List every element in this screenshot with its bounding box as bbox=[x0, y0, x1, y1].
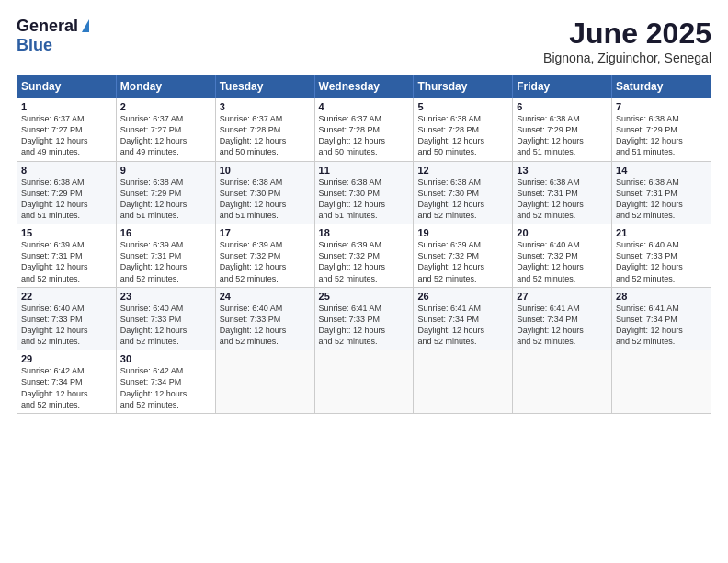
calendar-day-cell: 16Sunrise: 6:39 AMSunset: 7:31 PMDayligh… bbox=[116, 224, 215, 288]
day-number: 20 bbox=[517, 227, 608, 238]
day-info: Sunrise: 6:38 AMSunset: 7:30 PMDaylight:… bbox=[319, 178, 386, 220]
calendar-day-cell bbox=[513, 350, 612, 414]
calendar-day-cell: 19Sunrise: 6:39 AMSunset: 7:32 PMDayligh… bbox=[414, 224, 513, 288]
day-number: 26 bbox=[417, 291, 508, 302]
month-title: June 2025 bbox=[543, 17, 711, 51]
calendar-day-cell bbox=[414, 350, 513, 414]
day-info: Sunrise: 6:40 AMSunset: 7:33 PMDaylight:… bbox=[120, 304, 188, 346]
calendar-day-cell: 5Sunrise: 6:38 AMSunset: 7:28 PMDaylight… bbox=[414, 98, 513, 162]
calendar-day-header: Friday bbox=[513, 75, 612, 98]
day-info: Sunrise: 6:39 AMSunset: 7:32 PMDaylight:… bbox=[220, 240, 287, 282]
calendar-day-header: Thursday bbox=[414, 75, 513, 98]
day-number: 16 bbox=[120, 227, 211, 238]
day-number: 27 bbox=[517, 291, 608, 302]
day-number: 15 bbox=[21, 227, 112, 238]
day-number: 9 bbox=[120, 165, 211, 176]
calendar-day-cell: 11Sunrise: 6:38 AMSunset: 7:30 PMDayligh… bbox=[314, 161, 414, 224]
day-number: 8 bbox=[21, 165, 112, 176]
day-info: Sunrise: 6:37 AMSunset: 7:27 PMDaylight:… bbox=[120, 114, 188, 156]
calendar-day-cell: 2Sunrise: 6:37 AMSunset: 7:27 PMDaylight… bbox=[116, 98, 215, 162]
calendar-day-cell: 8Sunrise: 6:38 AMSunset: 7:29 PMDaylight… bbox=[17, 161, 117, 224]
calendar-day-cell: 23Sunrise: 6:40 AMSunset: 7:33 PMDayligh… bbox=[116, 287, 215, 350]
day-info: Sunrise: 6:40 AMSunset: 7:33 PMDaylight:… bbox=[616, 240, 683, 282]
day-number: 23 bbox=[120, 291, 211, 302]
calendar-day-cell bbox=[612, 350, 711, 414]
day-number: 22 bbox=[21, 291, 112, 302]
calendar-body: 1Sunrise: 6:37 AMSunset: 7:27 PMDaylight… bbox=[17, 98, 711, 414]
day-info: Sunrise: 6:41 AMSunset: 7:34 PMDaylight:… bbox=[616, 304, 683, 346]
calendar-day-cell: 9Sunrise: 6:38 AMSunset: 7:29 PMDaylight… bbox=[116, 161, 215, 224]
day-number: 4 bbox=[319, 101, 410, 112]
logo-general: General bbox=[17, 17, 78, 36]
day-number: 24 bbox=[220, 291, 311, 302]
calendar-day-cell: 28Sunrise: 6:41 AMSunset: 7:34 PMDayligh… bbox=[612, 287, 711, 350]
calendar-header-row: SundayMondayTuesdayWednesdayThursdayFrid… bbox=[17, 75, 711, 98]
calendar-day-cell: 22Sunrise: 6:40 AMSunset: 7:33 PMDayligh… bbox=[17, 287, 117, 350]
day-number: 13 bbox=[517, 165, 608, 176]
day-info: Sunrise: 6:37 AMSunset: 7:28 PMDaylight:… bbox=[220, 114, 287, 156]
day-number: 6 bbox=[517, 101, 608, 112]
day-number: 14 bbox=[616, 165, 707, 176]
day-info: Sunrise: 6:38 AMSunset: 7:30 PMDaylight:… bbox=[220, 178, 287, 220]
title-block: June 2025 Bignona, Ziguinchor, Senegal bbox=[543, 17, 711, 65]
day-info: Sunrise: 6:38 AMSunset: 7:29 PMDaylight:… bbox=[21, 178, 88, 220]
calendar-day-cell: 13Sunrise: 6:38 AMSunset: 7:31 PMDayligh… bbox=[513, 161, 612, 224]
day-number: 28 bbox=[616, 291, 707, 302]
day-info: Sunrise: 6:38 AMSunset: 7:29 PMDaylight:… bbox=[120, 178, 188, 220]
day-info: Sunrise: 6:39 AMSunset: 7:31 PMDaylight:… bbox=[120, 240, 188, 282]
day-info: Sunrise: 6:41 AMSunset: 7:34 PMDaylight:… bbox=[417, 304, 484, 346]
calendar-day-header: Wednesday bbox=[314, 75, 414, 98]
day-info: Sunrise: 6:38 AMSunset: 7:31 PMDaylight:… bbox=[616, 178, 683, 220]
day-number: 25 bbox=[319, 291, 410, 302]
day-info: Sunrise: 6:39 AMSunset: 7:32 PMDaylight:… bbox=[319, 240, 386, 282]
day-info: Sunrise: 6:41 AMSunset: 7:33 PMDaylight:… bbox=[319, 304, 386, 346]
calendar-day-cell: 26Sunrise: 6:41 AMSunset: 7:34 PMDayligh… bbox=[414, 287, 513, 350]
day-info: Sunrise: 6:40 AMSunset: 7:32 PMDaylight:… bbox=[517, 240, 584, 282]
day-number: 7 bbox=[616, 101, 707, 112]
calendar-day-header: Tuesday bbox=[215, 75, 314, 98]
day-info: Sunrise: 6:37 AMSunset: 7:28 PMDaylight:… bbox=[319, 114, 386, 156]
calendar-day-cell: 21Sunrise: 6:40 AMSunset: 7:33 PMDayligh… bbox=[612, 224, 711, 288]
day-info: Sunrise: 6:41 AMSunset: 7:34 PMDaylight:… bbox=[517, 304, 584, 346]
logo-blue: Blue bbox=[17, 36, 52, 55]
calendar-day-cell: 30Sunrise: 6:42 AMSunset: 7:34 PMDayligh… bbox=[116, 350, 215, 414]
calendar-day-header: Saturday bbox=[612, 75, 711, 98]
calendar-week-row: 29Sunrise: 6:42 AMSunset: 7:34 PMDayligh… bbox=[17, 350, 711, 414]
day-number: 19 bbox=[417, 227, 508, 238]
calendar-day-cell: 1Sunrise: 6:37 AMSunset: 7:27 PMDaylight… bbox=[17, 98, 117, 162]
calendar-day-cell: 25Sunrise: 6:41 AMSunset: 7:33 PMDayligh… bbox=[314, 287, 414, 350]
calendar-day-cell: 20Sunrise: 6:40 AMSunset: 7:32 PMDayligh… bbox=[513, 224, 612, 288]
day-number: 12 bbox=[417, 165, 508, 176]
calendar-day-header: Monday bbox=[116, 75, 215, 98]
day-number: 30 bbox=[120, 353, 211, 364]
calendar-day-cell: 17Sunrise: 6:39 AMSunset: 7:32 PMDayligh… bbox=[215, 224, 314, 288]
day-number: 1 bbox=[21, 101, 112, 112]
day-number: 29 bbox=[21, 353, 112, 364]
calendar-day-cell: 27Sunrise: 6:41 AMSunset: 7:34 PMDayligh… bbox=[513, 287, 612, 350]
calendar-week-row: 1Sunrise: 6:37 AMSunset: 7:27 PMDaylight… bbox=[17, 98, 711, 162]
day-info: Sunrise: 6:37 AMSunset: 7:27 PMDaylight:… bbox=[21, 114, 88, 156]
calendar-day-cell: 15Sunrise: 6:39 AMSunset: 7:31 PMDayligh… bbox=[17, 224, 117, 288]
day-number: 2 bbox=[120, 101, 211, 112]
day-info: Sunrise: 6:38 AMSunset: 7:28 PMDaylight:… bbox=[417, 114, 484, 156]
calendar-table: SundayMondayTuesdayWednesdayThursdayFrid… bbox=[17, 75, 711, 414]
page-header: General Blue June 2025 Bignona, Ziguinch… bbox=[17, 17, 711, 65]
logo: General Blue bbox=[17, 17, 89, 55]
location-subtitle: Bignona, Ziguinchor, Senegal bbox=[543, 51, 711, 65]
calendar-week-row: 15Sunrise: 6:39 AMSunset: 7:31 PMDayligh… bbox=[17, 224, 711, 288]
calendar-day-header: Sunday bbox=[17, 75, 117, 98]
day-info: Sunrise: 6:38 AMSunset: 7:30 PMDaylight:… bbox=[417, 178, 484, 220]
calendar-week-row: 22Sunrise: 6:40 AMSunset: 7:33 PMDayligh… bbox=[17, 287, 711, 350]
day-info: Sunrise: 6:38 AMSunset: 7:29 PMDaylight:… bbox=[517, 114, 584, 156]
day-info: Sunrise: 6:40 AMSunset: 7:33 PMDaylight:… bbox=[21, 304, 88, 346]
calendar-day-cell: 24Sunrise: 6:40 AMSunset: 7:33 PMDayligh… bbox=[215, 287, 314, 350]
day-number: 5 bbox=[417, 101, 508, 112]
day-info: Sunrise: 6:42 AMSunset: 7:34 PMDaylight:… bbox=[21, 366, 88, 408]
calendar-day-cell: 29Sunrise: 6:42 AMSunset: 7:34 PMDayligh… bbox=[17, 350, 117, 414]
day-info: Sunrise: 6:38 AMSunset: 7:31 PMDaylight:… bbox=[517, 178, 584, 220]
calendar-day-cell: 6Sunrise: 6:38 AMSunset: 7:29 PMDaylight… bbox=[513, 98, 612, 162]
calendar-day-cell bbox=[314, 350, 414, 414]
day-number: 21 bbox=[616, 227, 707, 238]
calendar-day-cell bbox=[215, 350, 314, 414]
calendar-day-cell: 7Sunrise: 6:38 AMSunset: 7:29 PMDaylight… bbox=[612, 98, 711, 162]
